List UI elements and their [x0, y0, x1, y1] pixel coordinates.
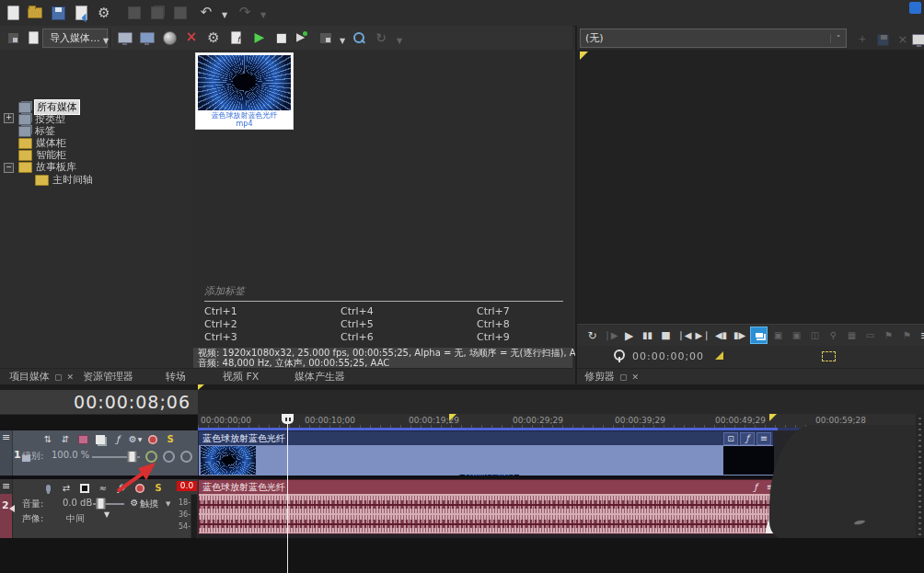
external-monitor-icon[interactable] — [910, 30, 924, 49]
pause-icon[interactable]: ▮▮ — [640, 327, 655, 343]
tree-item-storyboard[interactable]: 故事板库 — [18, 161, 76, 173]
track-fx-icon[interactable]: ƒ▼ — [114, 482, 129, 494]
import-dropdown-icon[interactable]: ▼ — [97, 31, 115, 50]
tab-video-fx[interactable]: 视频 FX — [219, 369, 262, 384]
track-menu-icon[interactable]: ≡ — [2, 480, 10, 492]
tab-explorer[interactable]: 资源管理器 — [79, 369, 137, 384]
toolbar-separator — [110, 29, 112, 47]
audio-clip-body[interactable] — [199, 494, 779, 533]
get-from-device-icon[interactable] — [138, 29, 156, 47]
tab-media-generators[interactable]: 媒体产生器 — [291, 369, 349, 384]
normalize-wave-icon[interactable]: ≈ — [96, 482, 110, 494]
loop-region-marker-icon[interactable] — [769, 414, 777, 421]
next-frame-icon[interactable]: ▮▶ — [732, 327, 747, 343]
view-dropdown-icon[interactable]: ▼ — [333, 31, 352, 50]
video-clip[interactable]: 蓝色球放射蓝色光纤 ⊡ ƒ ≡ — [198, 430, 774, 475]
stop-icon[interactable]: ■ — [658, 327, 674, 343]
clip-thumbnail-end — [723, 446, 774, 475]
media-item-card[interactable]: 蓝色球放射蓝色光纤 mp4 — [196, 53, 293, 129]
views-icon[interactable] — [4, 29, 22, 47]
play-preview-icon[interactable]: ▶ — [250, 28, 269, 46]
auto-preview-icon[interactable]: ▶ — [293, 28, 311, 46]
close-tab-icon[interactable]: ✕ — [632, 372, 640, 382]
event-fx-icon[interactable]: ƒ — [740, 432, 755, 445]
copy-snapshot-icon[interactable] — [750, 327, 768, 344]
audio-track-header[interactable]: ≡ 2 ⇄ ≈ ƒ▼ S 0.0 音量: 0.0 dB ⚙ 触摸 ▼ — [0, 479, 198, 539]
mute-track-icon[interactable] — [133, 482, 147, 494]
capture-video-icon[interactable] — [116, 29, 134, 47]
solo-track-icon[interactable]: S — [163, 433, 178, 445]
automation-settings-icon[interactable]: ⚙▼ — [128, 433, 143, 445]
phase-invert-icon[interactable] — [77, 482, 92, 494]
preview-menu-icon[interactable]: ≡ — [918, 327, 924, 343]
automation-ring-icon[interactable] — [180, 451, 192, 463]
minimize-track-icon[interactable]: ⇵ — [58, 433, 73, 445]
event-menu-icon[interactable]: ≡ — [757, 432, 771, 445]
video-clip-titlebar[interactable]: 蓝色球放射蓝色光纤 ⊡ ƒ ≡ — [199, 431, 773, 445]
video-fx-select[interactable]: (无) ˅ — [580, 29, 847, 48]
play-from-start-icon[interactable]: ❘▶ — [603, 327, 618, 343]
volume-slider-handle[interactable] — [96, 498, 106, 510]
chevron-down-icon[interactable]: ˅ — [830, 34, 846, 43]
video-clip-body[interactable] — [199, 445, 773, 476]
go-to-end-icon[interactable]: ▶❘ — [695, 327, 710, 343]
stop-preview-icon[interactable]: ■ — [272, 28, 291, 46]
loop-region-marker-icon[interactable] — [449, 414, 456, 421]
playhead-handle[interactable] — [282, 414, 294, 424]
automation-ring-icon[interactable] — [163, 451, 175, 463]
loop-playback-icon[interactable]: ↻ — [584, 327, 600, 343]
event-fx-icon[interactable]: ƒ — [749, 482, 762, 493]
expand-plus-icon[interactable]: + — [4, 113, 14, 123]
pan-crop-icon[interactable]: ⊡ — [723, 432, 738, 445]
thumbnail-view-icon[interactable] — [317, 29, 335, 47]
track-motion-icon[interactable] — [75, 433, 90, 445]
compositing-mode-icon[interactable] — [93, 433, 108, 445]
tab-trimmer[interactable]: 修剪器 ▢ ✕ — [581, 369, 642, 384]
automation-ring-icon[interactable] — [145, 451, 157, 463]
new-project-icon[interactable] — [4, 4, 22, 22]
float-window-icon[interactable]: ▢ — [54, 372, 63, 382]
input-monitor-icon[interactable]: ⇄ — [59, 482, 74, 494]
preferences-gear-icon[interactable]: ⚙ — [95, 4, 113, 22]
new-bin-icon[interactable] — [24, 29, 42, 47]
solo-track-icon[interactable]: S — [151, 482, 166, 494]
previous-frame-icon[interactable]: ◀▮ — [713, 327, 729, 343]
level-value: 100.0 % — [52, 450, 89, 460]
track-grip[interactable]: ≡ — [0, 430, 13, 476]
tab-transitions[interactable]: 转场 — [162, 369, 190, 384]
add-tag-input[interactable]: 添加标签 — [204, 284, 245, 298]
record-arm-mic-icon[interactable] — [40, 482, 55, 494]
tree-item-main-timeline[interactable]: 主时间轴 — [35, 174, 93, 186]
collapse-minus-icon[interactable]: − — [4, 163, 14, 173]
audio-clip-titlebar[interactable]: 蓝色球放射蓝色光纤 ƒ ≡ — [199, 480, 779, 494]
level-slider-handle[interactable] — [127, 451, 137, 463]
remove-media-icon[interactable]: × — [182, 28, 201, 46]
extract-audio-icon[interactable] — [160, 29, 179, 47]
search-icon[interactable] — [350, 29, 368, 48]
media-properties-gear-icon[interactable]: ⚙ — [204, 29, 223, 47]
bin-icon — [18, 102, 31, 113]
save-project-icon[interactable] — [49, 4, 67, 22]
media-fx-icon[interactable]: f — [226, 29, 245, 47]
undo-icon[interactable]: ↶ — [197, 3, 215, 21]
tab-project-media[interactable]: 项目媒体 ▢ ✕ — [6, 369, 77, 384]
expand-track-icon[interactable]: ⇅ — [40, 433, 55, 445]
mute-track-icon[interactable] — [145, 433, 160, 445]
automation-mode-value[interactable]: 触摸 — [140, 498, 158, 510]
close-tab-icon[interactable]: ✕ — [67, 372, 75, 382]
play-icon[interactable]: ▶ — [621, 327, 637, 343]
pan-center-marker-icon[interactable]: ▼ — [104, 510, 110, 519]
meter-peak-badge[interactable]: 0.0 — [177, 481, 197, 491]
automation-dropdown-icon[interactable]: ▼ — [166, 500, 170, 508]
project-properties-icon[interactable] — [72, 4, 90, 22]
open-project-icon[interactable] — [26, 4, 44, 22]
video-track-header[interactable]: ≡ 1 ⇅ ⇵ ƒ ⚙▼ S 级别: 100.0 % — [0, 430, 198, 476]
timeline-timecode-display[interactable]: 00:00:08;06 — [0, 390, 198, 415]
track-menu-icon[interactable]: ≡ — [2, 431, 10, 443]
float-window-icon[interactable]: ▢ — [619, 372, 628, 382]
audio-clip[interactable]: 蓝色球放射蓝色光纤 ƒ ≡ — [198, 479, 780, 534]
selection-area-icon[interactable] — [822, 351, 836, 361]
track-fx-icon[interactable]: ƒ — [110, 433, 125, 445]
go-to-start-icon[interactable]: ❘◀ — [676, 327, 692, 343]
undo-dropdown-icon[interactable]: ▼ — [215, 6, 234, 24]
